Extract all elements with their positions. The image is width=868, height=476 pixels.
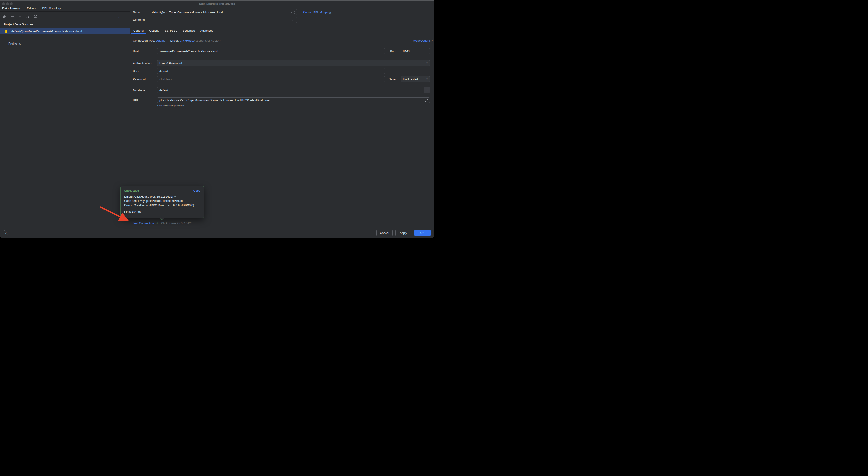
authentication-label: Authentication: [133,62,152,65]
history-nav: ← → [118,13,127,20]
chevron-down-icon: ∨ [432,39,434,42]
problems-item[interactable]: Problems [8,42,21,45]
tab-drivers[interactable]: Drivers [27,7,37,10]
screenshot-stage: Data Sources and Drivers Data Sources Dr… [0,0,434,238]
port-input[interactable] [401,48,430,54]
settings-gear-icon[interactable] [25,14,30,19]
left-panel-tabs: Data Sources Drivers DDL Mappings [2,7,62,10]
chevron-down-icon: ∨ [426,62,428,64]
tab-options[interactable]: Options [149,29,159,34]
open-in-editor-icon[interactable] [33,14,37,19]
url-label: URL: [133,99,140,102]
copy-link[interactable]: Copy [193,189,200,192]
expand-editor-icon[interactable] [292,18,295,22]
popup-arrow [160,216,164,220]
url-input[interactable] [157,97,430,103]
database-label: Database: [133,89,146,92]
create-ddl-mapping-link[interactable]: Create DDL Mapping [303,10,331,14]
password-label: Password: [133,77,147,81]
tab-general[interactable]: General [133,29,144,34]
tab-ddl-mappings[interactable]: DDL Mappings [42,7,62,10]
remove-data-source-button[interactable] [10,14,14,19]
data-source-list-item[interactable]: default@szm7oqed0o.us-west-2.aws.clickho… [0,28,130,34]
comment-input[interactable] [150,17,297,23]
ok-button[interactable]: OK [414,230,431,236]
forward-arrow-icon[interactable]: → [124,15,127,19]
project-data-sources-header: Project Data Sources [4,23,33,26]
connection-type-label: Connection type: [133,39,155,42]
user-label: User: [133,69,140,73]
port-label: Port: [390,49,396,53]
help-icon[interactable]: ? [3,230,8,235]
save-label: Save: [389,77,396,81]
dialog-title: Data Sources and Drivers [0,2,434,5]
data-source-name: default@szm7oqed0o.us-west-2.aws.clickho… [11,30,82,33]
driver-value-link[interactable]: ClickHouse [180,39,195,42]
left-panel-toolbar [2,13,37,20]
authentication-value: User & Password [159,62,182,65]
user-input[interactable] [157,68,385,74]
cancel-button[interactable]: Cancel [376,230,393,236]
check-icon: ✓ [156,221,159,225]
name-label: Name: [133,10,142,14]
settings-tabs: General Options SSH/SSL Schemas Advanced [133,29,213,34]
database-combobox[interactable]: default ∨ [157,87,430,93]
duplicate-icon[interactable] [18,14,22,19]
data-sources-dialog: Data Sources and Drivers Data Sources Dr… [0,0,434,238]
tab-advanced[interactable]: Advanced [200,29,213,34]
test-connection-link[interactable]: Test Connection [133,222,154,225]
popup-dbms-line: DBMS: ClickHouse (ver. 25.6.2.6426) ✎ [124,194,200,199]
connection-status-text: ClickHouse 25.6.2.6426 [161,222,192,225]
expand-editor-icon[interactable] [425,99,428,103]
edit-pencil-icon[interactable]: ✎ [174,195,177,198]
tab-schemas[interactable]: Schemas [183,29,195,34]
background-window-edge [0,0,434,1]
tab-ssh-ssl[interactable]: SSH/SSL [165,29,177,34]
driver-note: supports since 20.7 [195,39,221,42]
red-annotation-arrow [97,203,136,225]
popup-case-line: Case sensitivity: plain=exact, delimited… [124,199,200,203]
database-dropdown-button[interactable]: ∨ [424,87,430,93]
authentication-select[interactable]: User & Password ∨ [157,60,430,66]
save-select[interactable]: Until restart ∨ [401,76,430,82]
driver-label: Driver: [170,39,179,42]
more-options-control[interactable]: More Options ∨ [413,39,434,42]
popup-status-title: Succeeded [124,189,139,192]
back-arrow-icon[interactable]: ← [118,15,121,19]
password-input[interactable] [157,76,385,82]
connection-type-value-link[interactable]: default [156,39,164,42]
host-label: Host: [133,49,140,53]
tab-data-sources[interactable]: Data Sources [2,7,22,10]
name-progress-ring-icon [291,11,295,14]
comment-label: Comment: [133,18,146,22]
host-input[interactable] [157,48,385,54]
test-connection-row: Test Connection ✓ ClickHouse 25.6.2.6426 [133,221,192,225]
apply-button[interactable]: Apply [395,230,411,236]
url-note: Overrides settings above [157,104,184,107]
clickhouse-logo-icon [4,30,7,34]
connection-type-row: Connection type: default Driver: ClickHo… [133,39,221,42]
save-value: Until restart [403,77,418,81]
database-value: default [159,89,424,92]
add-data-source-button[interactable] [2,14,7,19]
name-input[interactable] [150,9,297,15]
more-options-link[interactable]: More Options [413,39,431,42]
chevron-down-icon: ∨ [426,89,428,92]
chevron-down-icon: ∨ [426,78,428,80]
